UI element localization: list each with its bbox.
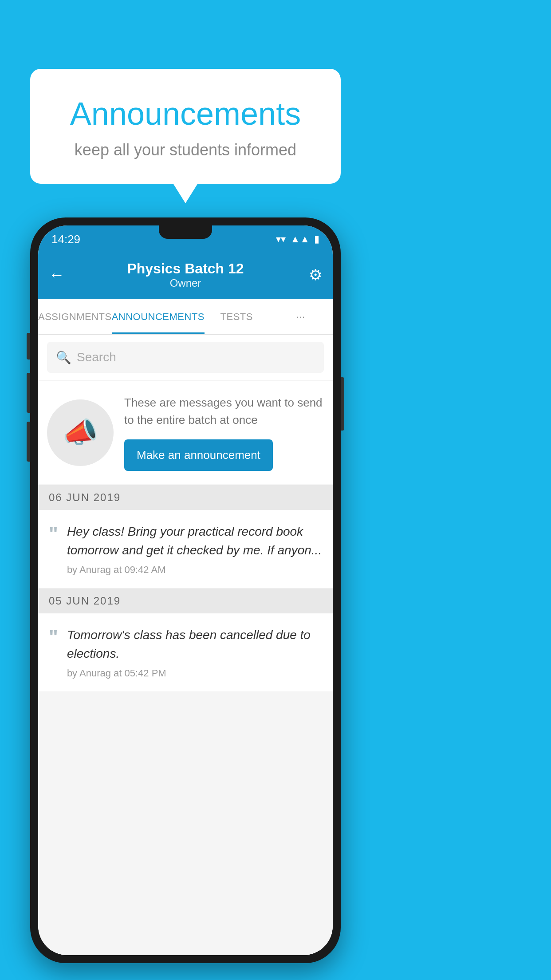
promo-card: 📣 These are messages you want to send to… xyxy=(38,381,333,484)
status-icons: ▾▾ ▲▲ ▮ xyxy=(276,233,319,245)
phone-screen: 14:29 ▾▾ ▲▲ ▮ ← Physics Batch 12 Owner ⚙… xyxy=(38,225,333,955)
settings-icon[interactable]: ⚙ xyxy=(309,266,322,284)
phone-power-btn xyxy=(341,377,344,431)
phone-volume-down-btn xyxy=(27,373,30,413)
header-title-group: Physics Batch 12 Owner xyxy=(127,261,244,289)
megaphone-icon: 📣 xyxy=(63,416,98,449)
date-separator-2: 05 JUN 2019 xyxy=(38,589,333,613)
phone-silent-btn xyxy=(27,422,30,462)
announcement-content-1: Hey class! Bring your practical record b… xyxy=(67,522,322,576)
announcement-item-2: " Tomorrow's class has been cancelled du… xyxy=(38,613,333,692)
make-announcement-button[interactable]: Make an announcement xyxy=(124,439,273,471)
status-time: 14:29 xyxy=(51,233,80,246)
tab-announcements[interactable]: ANNOUNCEMENTS xyxy=(112,299,205,334)
phone-frame: 14:29 ▾▾ ▲▲ ▮ ← Physics Batch 12 Owner ⚙… xyxy=(30,217,341,963)
quote-icon-2: " xyxy=(49,628,58,647)
search-placeholder: Search xyxy=(77,350,116,364)
signal-icon: ▲▲ xyxy=(290,233,310,245)
announcement-item-1: " Hey class! Bring your practical record… xyxy=(38,510,333,589)
wifi-icon: ▾▾ xyxy=(276,233,286,245)
header-subtitle: Owner xyxy=(127,277,244,289)
search-container: 🔍 Search xyxy=(38,335,333,380)
app-header: ← Physics Batch 12 Owner ⚙ xyxy=(38,250,333,299)
bubble-title: Announcements xyxy=(52,95,319,132)
tab-tests[interactable]: TESTS xyxy=(205,299,268,334)
tabs-bar: ASSIGNMENTS ANNOUNCEMENTS TESTS ··· xyxy=(38,299,333,335)
announcement-text-1: Hey class! Bring your practical record b… xyxy=(67,522,322,560)
phone-notch xyxy=(159,225,212,239)
promo-icon-circle: 📣 xyxy=(47,399,114,466)
bubble-subtitle: keep all your students informed xyxy=(52,141,319,159)
phone-volume-up-btn xyxy=(27,333,30,360)
promo-description: These are messages you want to send to t… xyxy=(124,394,324,429)
announcement-meta-1: by Anurag at 09:42 AM xyxy=(67,564,322,576)
search-bar[interactable]: 🔍 Search xyxy=(47,342,324,373)
search-icon: 🔍 xyxy=(56,350,71,365)
header-title: Physics Batch 12 xyxy=(127,261,244,277)
content-area: 🔍 Search 📣 These are messages you want t… xyxy=(38,335,333,955)
promo-text-area: These are messages you want to send to t… xyxy=(124,394,324,471)
tab-assignments[interactable]: ASSIGNMENTS xyxy=(38,299,112,334)
battery-icon: ▮ xyxy=(314,233,319,245)
speech-bubble: Announcements keep all your students inf… xyxy=(30,69,341,184)
announcement-meta-2: by Anurag at 05:42 PM xyxy=(67,668,322,679)
tab-more[interactable]: ··· xyxy=(269,299,333,334)
announcement-text-2: Tomorrow's class has been cancelled due … xyxy=(67,626,322,663)
back-button[interactable]: ← xyxy=(49,265,65,284)
quote-icon-1: " xyxy=(49,524,58,544)
speech-bubble-container: Announcements keep all your students inf… xyxy=(30,69,341,184)
announcement-content-2: Tomorrow's class has been cancelled due … xyxy=(67,626,322,679)
date-separator-1: 06 JUN 2019 xyxy=(38,485,333,510)
